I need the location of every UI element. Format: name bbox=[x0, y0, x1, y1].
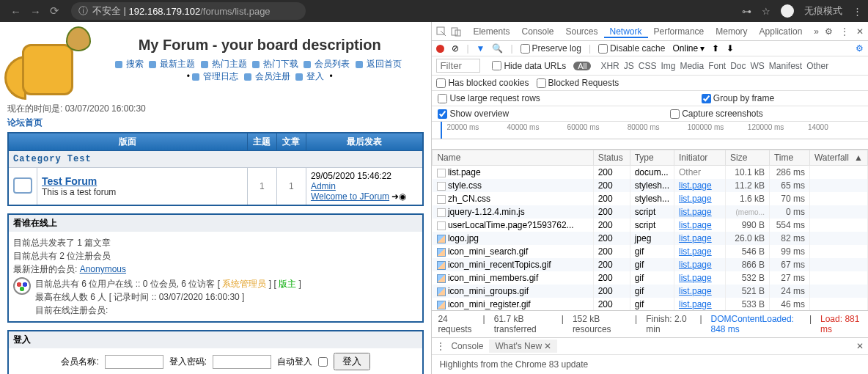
disable-cache-checkbox[interactable] bbox=[598, 44, 608, 54]
login-user-input[interactable] bbox=[105, 355, 163, 369]
network-row[interactable]: jquery-1.12.4.min.js200scriptlist.page(m… bbox=[433, 205, 868, 219]
lastpost-subject[interactable]: Welcome to JForum bbox=[311, 191, 389, 202]
nav-link[interactable]: 返回首页 bbox=[367, 59, 402, 69]
filter-type-doc[interactable]: Doc bbox=[730, 61, 746, 71]
blocked-requests-checkbox[interactable] bbox=[537, 78, 546, 88]
network-row[interactable]: style.css200stylesh...list.page11.2 kB65… bbox=[433, 179, 868, 192]
filter-type-ws[interactable]: WS bbox=[751, 61, 765, 71]
drawer-tab-console[interactable]: Console bbox=[445, 340, 489, 353]
back-icon[interactable]: ← bbox=[10, 5, 21, 18]
file-icon bbox=[437, 195, 446, 204]
close-tab-icon[interactable]: ✕ bbox=[544, 341, 551, 351]
key-icon[interactable]: ⊶ bbox=[742, 6, 751, 17]
drawer-menu-icon[interactable]: ⋮ bbox=[436, 341, 445, 351]
col-time[interactable]: Time bbox=[769, 150, 809, 166]
network-row[interactable]: zh_CN.css200stylesh...list.page1.6 kB70 … bbox=[433, 192, 868, 205]
filter-type-img[interactable]: Img bbox=[661, 61, 675, 71]
blocked-cookies-checkbox[interactable] bbox=[436, 78, 446, 88]
network-row[interactable]: icon_mini_register.gif200giflist.page533… bbox=[433, 298, 868, 310]
filter-type-xhr[interactable]: XHR bbox=[600, 61, 619, 71]
lastpost-user[interactable]: Admin bbox=[311, 181, 336, 191]
incognito-icon[interactable] bbox=[781, 4, 794, 18]
network-row[interactable]: userLocalTime.page?1593762...200scriptli… bbox=[433, 219, 868, 232]
filter-type-other[interactable]: Other bbox=[806, 61, 828, 71]
col-waterfall[interactable]: Waterfall ▲ bbox=[809, 150, 867, 166]
nav-link[interactable]: 热门主题 bbox=[212, 59, 247, 69]
devtools-tab-memory[interactable]: Memory bbox=[710, 26, 753, 37]
search-icon[interactable]: 🔍 bbox=[492, 43, 503, 54]
devtools-tab-console[interactable]: Console bbox=[515, 26, 559, 37]
category-row[interactable]: Category Test bbox=[8, 151, 423, 168]
devtools-tab-application[interactable]: Application bbox=[754, 26, 809, 37]
nav-link[interactable]: 热门下载 bbox=[263, 59, 298, 69]
devtools-tab-network[interactable]: Network bbox=[604, 26, 648, 38]
breadcrumb[interactable]: 论坛首页 bbox=[7, 117, 424, 129]
login-auto-checkbox[interactable] bbox=[318, 357, 328, 367]
col-initiator[interactable]: Initiator bbox=[674, 150, 725, 166]
record-icon[interactable] bbox=[436, 45, 444, 53]
throttling-select[interactable]: Online ▾ bbox=[672, 43, 705, 54]
preserve-log-checkbox[interactable] bbox=[521, 44, 530, 54]
capture-screenshots-checkbox[interactable] bbox=[670, 109, 680, 119]
filter-type-manifest[interactable]: Manifest bbox=[769, 61, 802, 71]
filter-type-js[interactable]: JS bbox=[624, 61, 634, 71]
network-row[interactable]: icon_mini_groups.gif200giflist.page521 B… bbox=[433, 285, 868, 298]
stat-newest: 最新注册的会员: Anonymous bbox=[13, 263, 418, 276]
address-bar[interactable]: ⓘ 不安全 | 192.168.179.102 /forums/list.pag… bbox=[71, 2, 306, 20]
bookmark-icon[interactable]: ☆ bbox=[762, 6, 770, 17]
file-icon bbox=[437, 182, 446, 191]
network-row[interactable]: list.page200docum...Other10.1 kB286 ms bbox=[433, 166, 868, 180]
devtools-tab-performance[interactable]: Performance bbox=[648, 26, 710, 37]
forum-desc: This is a test forum bbox=[42, 187, 116, 197]
col-status[interactable]: Status bbox=[593, 150, 630, 166]
nav-link[interactable]: 管理日志 bbox=[203, 71, 238, 81]
filter-icon[interactable]: ▼ bbox=[477, 43, 485, 54]
filter-type-media[interactable]: Media bbox=[680, 61, 704, 71]
nav-link[interactable]: 登入 bbox=[306, 71, 324, 81]
forward-icon[interactable]: → bbox=[30, 5, 41, 18]
nav-link[interactable]: 会员列表 bbox=[315, 59, 350, 69]
filter-all[interactable]: All bbox=[573, 62, 591, 70]
network-row[interactable]: icon_mini_recentTopics.gif200giflist.pag… bbox=[433, 258, 868, 271]
show-overview-checkbox[interactable] bbox=[438, 109, 447, 119]
drawer-tab-whatsnew[interactable]: What's New ✕ bbox=[489, 340, 557, 353]
devtools-tab-sources[interactable]: Sources bbox=[560, 26, 604, 37]
more-tabs-icon[interactable]: » bbox=[808, 22, 825, 41]
group-frame-checkbox[interactable] bbox=[702, 94, 711, 103]
network-table-header: NameStatusTypeInitiatorSizeTimeWaterfall… bbox=[433, 150, 868, 166]
filter-type-css[interactable]: CSS bbox=[639, 61, 657, 71]
filter-input[interactable] bbox=[436, 59, 480, 73]
network-row[interactable]: logo.jpg200jpeglist.page26.0 kB82 ms bbox=[433, 232, 868, 245]
forum-link[interactable]: Test Forum bbox=[42, 175, 97, 187]
kebab-icon[interactable]: ⋮ bbox=[840, 26, 849, 37]
menu-icon[interactable]: ⋮ bbox=[853, 6, 862, 17]
network-row[interactable]: icon_mini_search.gif200giflist.page546 B… bbox=[433, 245, 868, 258]
filter-type-font[interactable]: Font bbox=[708, 61, 726, 71]
col-size[interactable]: Size bbox=[725, 150, 769, 166]
network-row[interactable]: icon_mini_members.gif200giflist.page532 … bbox=[433, 271, 868, 285]
nav-link[interactable]: 搜索 bbox=[126, 59, 144, 69]
forum-logo[interactable] bbox=[7, 26, 95, 100]
large-rows-checkbox[interactable] bbox=[438, 94, 447, 103]
clear-icon[interactable]: ⊘ bbox=[452, 43, 459, 54]
login-pass-input[interactable] bbox=[213, 355, 271, 369]
reload-icon[interactable]: ⟳ bbox=[50, 4, 59, 18]
close-drawer-icon[interactable]: ✕ bbox=[856, 341, 864, 351]
timeline-ruler[interactable]: 20000 ms40000 ms60000 ms80000 ms100000 m… bbox=[432, 122, 868, 139]
network-settings-icon[interactable]: ⚙ bbox=[856, 43, 864, 54]
nav-link[interactable]: 最新主题 bbox=[160, 59, 195, 69]
goto-icon[interactable]: ➜◉ bbox=[391, 191, 406, 202]
hide-data-urls-checkbox[interactable] bbox=[492, 61, 501, 70]
col-name[interactable]: Name bbox=[433, 150, 593, 166]
login-button[interactable] bbox=[334, 353, 370, 370]
inspect-icon[interactable] bbox=[436, 26, 446, 37]
devtools-tab-elements[interactable]: Elements bbox=[467, 26, 515, 37]
nav-link[interactable]: 会员注册 bbox=[255, 71, 290, 81]
device-toggle-icon[interactable] bbox=[451, 26, 461, 37]
col-type[interactable]: Type bbox=[630, 150, 674, 166]
download-icon[interactable]: ⬇ bbox=[727, 43, 734, 54]
settings-icon[interactable]: ⚙ bbox=[825, 26, 833, 37]
close-devtools-icon[interactable]: ✕ bbox=[856, 26, 864, 37]
timeline-overview[interactable] bbox=[432, 139, 868, 150]
upload-icon[interactable]: ⬆ bbox=[712, 43, 719, 54]
